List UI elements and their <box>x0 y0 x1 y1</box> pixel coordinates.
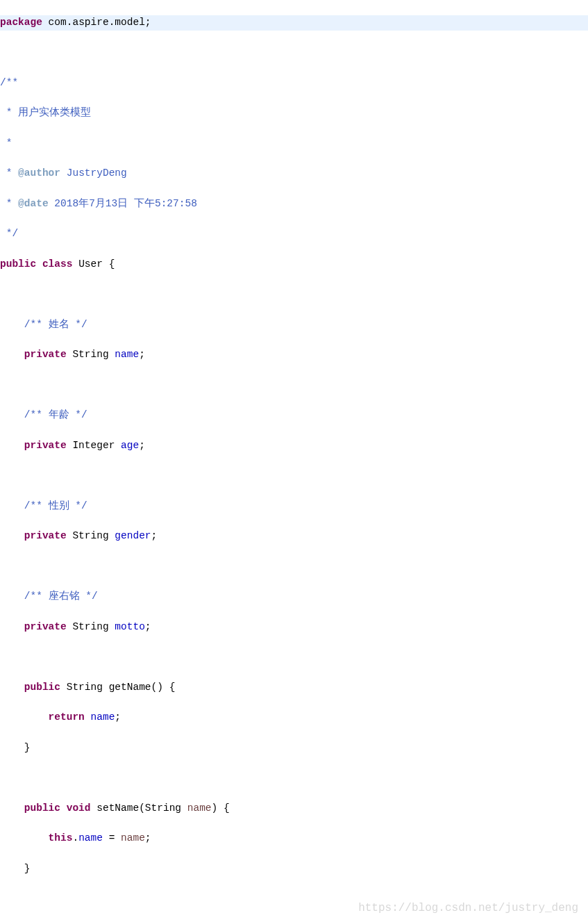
keyword-package: package <box>0 17 42 28</box>
setName-close: } <box>0 862 588 877</box>
field-name-comment: /** 姓名 */ <box>0 318 588 333</box>
javadoc-open: /** <box>0 76 588 91</box>
blank-line <box>0 378 588 393</box>
setName-sig: public void setName(String name) { <box>0 801 588 816</box>
field-gender-comment: /** 性别 */ <box>0 499 588 514</box>
blank-line <box>0 468 588 484</box>
blank-line <box>0 559 588 575</box>
blank-line <box>0 891 588 907</box>
javadoc-author: * @author JustryDeng <box>0 166 588 181</box>
blank-line <box>0 650 588 665</box>
setName-body: this.name = name; <box>0 831 588 846</box>
javadoc-close: */ <box>0 227 588 242</box>
getName-ret: return name; <box>0 710 588 725</box>
getName-close: } <box>0 741 588 756</box>
field-motto-comment: /** 座右铭 */ <box>0 589 588 604</box>
javadoc-date: * @date 2018年7月13日 下午5:27:58 <box>0 197 588 212</box>
field-age: private Integer age; <box>0 438 588 454</box>
package-line: package com.aspire.model; <box>0 15 588 31</box>
field-name: private String name; <box>0 347 588 363</box>
field-motto: private String motto; <box>0 620 588 635</box>
field-gender: private String gender; <box>0 529 588 544</box>
field-age-comment: /** 年龄 */ <box>0 408 588 423</box>
blank-line <box>0 771 588 786</box>
getName-sig: public String getName() { <box>0 680 588 695</box>
javadoc-desc: * 用户实体类模型 <box>0 106 588 121</box>
code-block: package com.aspire.model; /** * 用户实体类模型 … <box>0 0 588 922</box>
class-decl: public class User { <box>0 257 588 272</box>
javadoc-blank: * <box>0 136 588 151</box>
blank-line <box>0 45 588 60</box>
package-name: com.aspire.model; <box>42 17 151 28</box>
blank-line <box>0 287 588 302</box>
